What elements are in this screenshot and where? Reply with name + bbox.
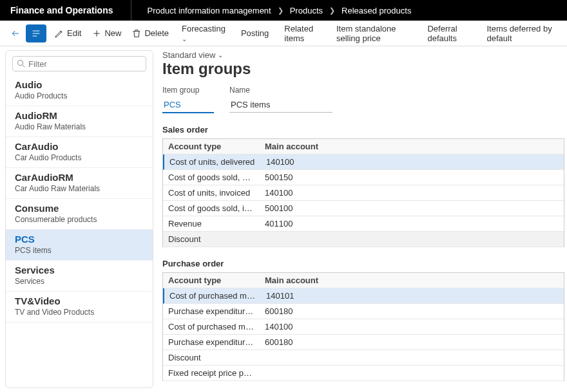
account-type-cell: Cost of units, invoiced <box>163 186 260 200</box>
delete-button[interactable]: Delete <box>126 26 174 41</box>
account-type-cell: Fixed receipt price profit <box>163 366 260 380</box>
main-account-cell <box>260 238 564 241</box>
sidebar-item-subtitle: PCS items <box>15 246 144 255</box>
sidebar-item-audio[interactable]: AudioAudio Products <box>6 75 153 106</box>
sidebar-item-caraudiorm[interactable]: CarAudioRMCar Audio Raw Materials <box>6 168 153 199</box>
col-main-account[interactable]: Main account <box>260 274 564 287</box>
lines-button[interactable] <box>26 24 46 42</box>
table-row[interactable]: Cost of purchased materi...140100 <box>163 319 564 335</box>
breadcrumb: Product information management ❯ Product… <box>147 6 411 15</box>
edit-button[interactable]: Edit <box>49 26 86 41</box>
item-group-value[interactable]: PCS <box>162 97 214 113</box>
sidebar-item-subtitle: TV and Video Products <box>15 308 144 317</box>
sidebar-item-subtitle: Consumerable products <box>15 215 144 224</box>
standard-view-menu[interactable]: Standard view ⌄ <box>162 50 223 60</box>
table-row[interactable]: Purchase expenditure, un...600180 <box>163 304 564 319</box>
new-button[interactable]: New <box>86 26 126 41</box>
purchase-order-table: Account type Main account Cost of purcha… <box>162 272 564 381</box>
deferral-defaults-button[interactable]: Deferral defaults <box>419 20 479 47</box>
main-account-cell <box>260 371 564 375</box>
sidebar-item-pcs[interactable]: PCSPCS items <box>6 230 153 261</box>
main-account-cell: 401100 <box>260 217 564 230</box>
table-row[interactable]: Cost of units, delivered140100 <box>163 154 564 170</box>
col-account-type[interactable]: Account type <box>163 274 260 287</box>
app-header: Finance and Operations Product informati… <box>0 0 567 21</box>
breadcrumb-item[interactable]: Released products <box>341 6 411 15</box>
sidebar-item-tv&video[interactable]: TV&VideoTV and Video Products <box>6 292 153 322</box>
items-deferred-button[interactable]: Items deferred by default <box>479 20 561 47</box>
account-type-cell: Purchase expenditure for... <box>163 335 260 349</box>
sidebar-item-subtitle: Car Audio Raw Materials <box>15 184 144 193</box>
account-type-cell: Cost of purchased materi... <box>163 320 260 333</box>
arrow-left-icon <box>10 28 21 39</box>
col-main-account[interactable]: Main account <box>260 140 564 153</box>
name-value[interactable]: PCS items <box>229 97 332 113</box>
sidebar-item-title: Consume <box>15 203 144 214</box>
table-row[interactable]: Cost of purchased materi...140101 <box>163 288 564 304</box>
chevron-right-icon: ❯ <box>329 6 335 15</box>
item-group-label: Item group <box>162 86 214 95</box>
purchase-order-section-title: Purchase order <box>162 259 564 268</box>
account-type-cell: Cost of purchased materi... <box>164 289 261 303</box>
table-row[interactable]: Purchase expenditure for...600180 <box>163 335 564 350</box>
standalone-price-button[interactable]: Item standalone selling price <box>329 20 419 47</box>
standard-view-label: Standard view <box>162 50 215 60</box>
sidebar-item-caraudio[interactable]: CarAudioCar Audio Products <box>6 137 153 168</box>
sidebar-item-title: CarAudioRM <box>15 172 144 183</box>
table-row[interactable]: Revenue401100 <box>163 216 564 232</box>
table-row[interactable]: Cost of goods sold, deliv...500150 <box>163 170 564 185</box>
sidebar-item-services[interactable]: ServicesServices <box>6 261 153 292</box>
related-items-button[interactable]: Related items <box>276 20 329 47</box>
app-title: Finance and Operations <box>10 0 131 21</box>
main-account-cell: 500100 <box>260 201 564 215</box>
table-row[interactable]: Discount <box>163 232 564 247</box>
forecasting-label: Forecasting <box>182 24 226 33</box>
filter-wrap <box>6 56 153 75</box>
account-type-cell: Cost of goods sold, invoi... <box>163 201 260 215</box>
table-row[interactable]: Fixed receipt price profit <box>163 366 564 381</box>
svg-point-0 <box>18 61 23 66</box>
table-row[interactable]: Cost of units, invoiced140100 <box>163 185 564 201</box>
filter-input[interactable] <box>12 56 146 71</box>
page-title: Item groups <box>162 60 564 78</box>
sidebar-item-title: PCS <box>15 234 144 245</box>
table-row[interactable]: Discount <box>163 350 564 366</box>
edit-label: Edit <box>67 28 81 38</box>
main-account-cell: 140100 <box>261 155 564 169</box>
sidebar-item-subtitle: Car Audio Products <box>15 153 144 162</box>
trash-icon <box>131 28 142 39</box>
breadcrumb-item[interactable]: Product information management <box>147 6 271 15</box>
account-type-cell: Cost of goods sold, deliv... <box>163 171 260 184</box>
search-icon <box>16 59 26 69</box>
main-account-cell: 600180 <box>260 304 564 318</box>
breadcrumb-item[interactable]: Products <box>290 6 323 15</box>
name-field: Name PCS items <box>229 86 332 113</box>
name-label: Name <box>229 86 332 95</box>
main-account-cell: 140100 <box>260 186 564 200</box>
account-type-cell: Revenue <box>163 217 260 230</box>
account-type-cell: Discount <box>163 351 260 364</box>
sidebar-item-title: Services <box>15 265 144 275</box>
back-button[interactable] <box>6 24 24 42</box>
sidebar-item-title: CarAudio <box>15 141 144 152</box>
forecasting-menu[interactable]: Forecasting ⌄ <box>174 20 233 47</box>
main-account-cell <box>260 356 564 360</box>
main-account-cell: 140101 <box>261 289 564 303</box>
form-row: Item group PCS Name PCS items <box>162 86 564 113</box>
new-label: New <box>104 28 121 38</box>
sidebar-item-consume[interactable]: ConsumeConsumerable products <box>6 199 153 230</box>
chevron-down-icon: ⌄ <box>182 35 187 42</box>
item-group-field: Item group PCS <box>162 86 214 113</box>
table-header: Account type Main account <box>163 139 564 154</box>
table-row[interactable]: Cost of goods sold, invoi...500100 <box>163 201 564 216</box>
main-account-cell: 500150 <box>260 171 564 184</box>
plus-icon <box>91 28 102 39</box>
account-type-cell: Discount <box>163 232 260 246</box>
chevron-down-icon: ⌄ <box>218 51 223 59</box>
sidebar-item-subtitle: Audio Raw Materials <box>15 122 144 131</box>
lines-icon <box>31 28 41 39</box>
col-account-type[interactable]: Account type <box>163 140 260 153</box>
sidebar-item-audiorm[interactable]: AudioRMAudio Raw Materials <box>6 106 153 137</box>
posting-button[interactable]: Posting <box>233 24 276 42</box>
sidebar-item-subtitle: Audio Products <box>15 91 144 100</box>
